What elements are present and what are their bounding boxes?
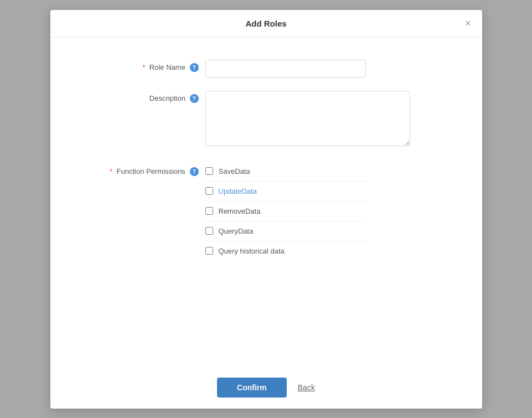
role-name-label-text: Role Name	[149, 63, 185, 71]
query-historical-label: Query historical data	[219, 247, 285, 255]
savedata-label: SaveData	[219, 167, 250, 176]
savedata-checkbox[interactable]	[205, 167, 213, 175]
function-permissions-help-icon[interactable]: ?	[190, 167, 199, 176]
query-historical-checkbox[interactable]	[205, 247, 213, 255]
back-button[interactable]: Back	[298, 383, 315, 392]
fp-required-star: *	[110, 167, 112, 176]
list-item: SaveData	[205, 162, 366, 182]
modal-overlay: Add Roles × * Role Name ? Description	[0, 0, 532, 418]
function-permissions-label-text: Function Permissions	[117, 167, 185, 176]
description-textarea[interactable]	[205, 91, 410, 146]
function-permissions-label: * Function Permissions ?	[84, 162, 205, 177]
confirm-button[interactable]: Confirm	[217, 378, 287, 398]
updatedata-label: UpdateData	[219, 187, 257, 195]
list-item: Query historical data	[205, 241, 366, 261]
description-row: Description ?	[84, 91, 449, 148]
description-label: Description ?	[84, 91, 205, 104]
updatedata-checkbox[interactable]	[205, 187, 213, 195]
function-permissions-row: * Function Permissions ? SaveData Update…	[84, 162, 449, 261]
close-button[interactable]: ×	[463, 16, 473, 30]
add-roles-modal: Add Roles × * Role Name ? Description	[50, 10, 482, 409]
role-name-help-icon[interactable]: ?	[190, 63, 199, 72]
description-label-text: Description	[149, 94, 185, 102]
modal-title: Add Roles	[245, 19, 286, 28]
modal-header: Add Roles ×	[50, 10, 482, 38]
role-name-input[interactable]	[205, 60, 366, 78]
querydata-label: QueryData	[219, 227, 254, 235]
description-input-wrap	[205, 91, 449, 148]
list-item: QueryData	[205, 221, 366, 241]
permissions-wrap: SaveData UpdateData RemoveData Q	[205, 162, 449, 261]
querydata-checkbox[interactable]	[205, 227, 213, 235]
removedata-checkbox[interactable]	[205, 207, 213, 215]
list-item: RemoveData	[205, 202, 366, 221]
role-name-input-wrap	[205, 60, 449, 78]
list-item: UpdateData	[205, 182, 366, 202]
role-name-row: * Role Name ?	[84, 60, 449, 78]
modal-footer: Confirm Back	[50, 367, 482, 409]
removedata-label: RemoveData	[219, 207, 261, 215]
required-star: *	[142, 63, 145, 71]
role-name-label: * Role Name ?	[84, 60, 205, 73]
permissions-list: SaveData UpdateData RemoveData Q	[205, 162, 366, 261]
modal-body: * Role Name ? Description ?	[50, 38, 482, 367]
description-help-icon[interactable]: ?	[190, 94, 199, 103]
